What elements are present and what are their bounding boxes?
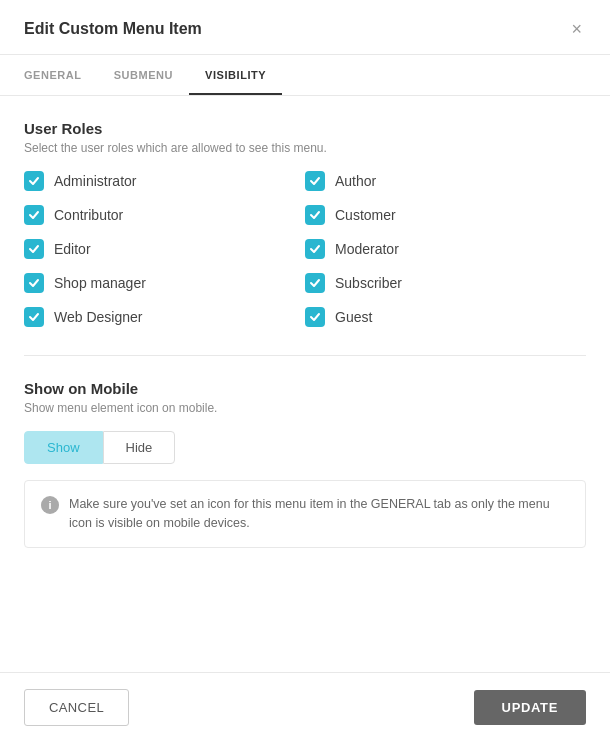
role-moderator-label: Moderator [335, 241, 399, 257]
role-shop-manager-label: Shop manager [54, 275, 146, 291]
role-customer-label: Customer [335, 207, 396, 223]
checkbox-shop-manager [24, 273, 44, 293]
role-guest-label: Guest [335, 309, 372, 325]
toggle-show-button[interactable]: Show [24, 431, 103, 464]
user-roles-section: User Roles Select the user roles which a… [24, 120, 586, 327]
modal-footer: CANCEL UPDATE [0, 672, 610, 742]
info-icon: i [41, 496, 59, 514]
user-roles-title: User Roles [24, 120, 586, 137]
mobile-section-title: Show on Mobile [24, 380, 586, 397]
tabs-bar: GENERAL SUBMENU VISIBILITY [0, 55, 610, 96]
checkbox-author [305, 171, 325, 191]
role-shop-manager[interactable]: Shop manager [24, 273, 305, 293]
role-customer[interactable]: Customer [305, 205, 586, 225]
checkbox-subscriber [305, 273, 325, 293]
mobile-section-description: Show menu element icon on mobile. [24, 401, 586, 415]
role-web-designer-label: Web Designer [54, 309, 142, 325]
checkbox-customer [305, 205, 325, 225]
role-administrator[interactable]: Administrator [24, 171, 305, 191]
role-editor-label: Editor [54, 241, 91, 257]
role-administrator-label: Administrator [54, 173, 136, 189]
checkbox-editor [24, 239, 44, 259]
checkbox-web-designer [24, 307, 44, 327]
checkbox-moderator [305, 239, 325, 259]
role-subscriber[interactable]: Subscriber [305, 273, 586, 293]
role-subscriber-label: Subscriber [335, 275, 402, 291]
modal-body: User Roles Select the user roles which a… [0, 96, 610, 672]
role-author-label: Author [335, 173, 376, 189]
role-contributor-label: Contributor [54, 207, 123, 223]
roles-grid: Administrator Author Contributor [24, 171, 586, 327]
tab-visibility[interactable]: VISIBILITY [189, 55, 282, 95]
role-author[interactable]: Author [305, 171, 586, 191]
role-contributor[interactable]: Contributor [24, 205, 305, 225]
role-editor[interactable]: Editor [24, 239, 305, 259]
checkbox-guest [305, 307, 325, 327]
cancel-button[interactable]: CANCEL [24, 689, 129, 726]
mobile-toggle-group: Show Hide [24, 431, 586, 464]
mobile-section: Show on Mobile Show menu element icon on… [24, 380, 586, 548]
section-divider [24, 355, 586, 356]
mobile-info-box: i Make sure you've set an icon for this … [24, 480, 586, 548]
update-button[interactable]: UPDATE [474, 690, 586, 725]
role-web-designer[interactable]: Web Designer [24, 307, 305, 327]
toggle-hide-button[interactable]: Hide [103, 431, 176, 464]
modal-title: Edit Custom Menu Item [24, 20, 202, 38]
checkbox-administrator [24, 171, 44, 191]
close-button[interactable]: × [567, 18, 586, 40]
checkbox-contributor [24, 205, 44, 225]
modal-header: Edit Custom Menu Item × [0, 0, 610, 55]
role-moderator[interactable]: Moderator [305, 239, 586, 259]
tab-general[interactable]: GENERAL [24, 55, 98, 95]
role-guest[interactable]: Guest [305, 307, 586, 327]
user-roles-description: Select the user roles which are allowed … [24, 141, 586, 155]
mobile-info-text: Make sure you've set an icon for this me… [69, 495, 569, 533]
tab-submenu[interactable]: SUBMENU [98, 55, 189, 95]
modal: Edit Custom Menu Item × GENERAL SUBMENU … [0, 0, 610, 742]
